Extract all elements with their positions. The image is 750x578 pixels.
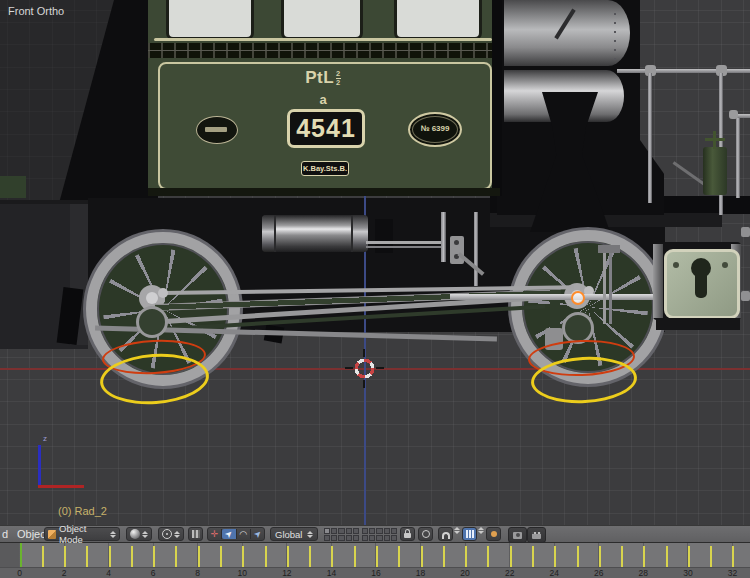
layer-cell[interactable] bbox=[346, 535, 352, 541]
keyframe-tick[interactable] bbox=[42, 546, 44, 567]
valve-box-bolt bbox=[722, 262, 728, 268]
current-frame-marker[interactable] bbox=[20, 543, 22, 567]
rod-bracket-green bbox=[550, 298, 560, 332]
lubricator-cylinder bbox=[703, 147, 727, 195]
keyframe-tick[interactable] bbox=[287, 546, 289, 567]
transform-orientation-dropdown[interactable]: Global bbox=[270, 527, 318, 541]
loco-series-letter: a bbox=[288, 92, 358, 107]
viewport-shading-dropdown[interactable] bbox=[126, 527, 152, 541]
render-animation-button[interactable] bbox=[527, 527, 546, 543]
layer-cell[interactable] bbox=[353, 528, 359, 534]
dropdown-arrows-icon[interactable] bbox=[454, 527, 460, 534]
keyframe-tick[interactable] bbox=[198, 546, 200, 567]
pivot-align-toggle[interactable] bbox=[188, 527, 203, 541]
keyframe-tick[interactable] bbox=[220, 546, 222, 567]
keyframe-tick[interactable] bbox=[86, 546, 88, 567]
snap-toggle-button[interactable] bbox=[438, 527, 453, 541]
layer-cell[interactable] bbox=[353, 535, 359, 541]
keyframe-tick[interactable] bbox=[465, 546, 467, 567]
layer-cell[interactable] bbox=[338, 535, 344, 541]
layer-cell[interactable] bbox=[362, 528, 368, 534]
snap-element-button[interactable] bbox=[462, 527, 477, 541]
keyframe-tick[interactable] bbox=[376, 546, 378, 567]
timeline-panel[interactable]: 02468101214161820222426283032 bbox=[0, 543, 750, 578]
dropdown-arrows-icon bbox=[110, 531, 116, 538]
frame-number-label: 22 bbox=[495, 568, 525, 578]
layer-cell[interactable] bbox=[331, 535, 337, 541]
keyframe-tick[interactable] bbox=[532, 546, 534, 567]
layer-cell[interactable] bbox=[391, 535, 397, 541]
keyframe-tick[interactable] bbox=[153, 546, 155, 567]
frame-number-label: 4 bbox=[94, 568, 124, 578]
mode-dropdown[interactable]: Object Mode bbox=[44, 527, 120, 541]
keyframe-tick[interactable] bbox=[732, 546, 734, 567]
keyframe-tick[interactable] bbox=[309, 546, 311, 567]
frame-number-label: 8 bbox=[183, 568, 213, 578]
keyframe-tick[interactable] bbox=[109, 546, 111, 567]
layer-cell[interactable] bbox=[362, 535, 368, 541]
keyframe-tick[interactable] bbox=[421, 546, 423, 567]
render-still-button[interactable] bbox=[508, 527, 527, 543]
menu-add-partial[interactable]: d bbox=[2, 528, 8, 540]
keyframe-tick[interactable] bbox=[710, 546, 712, 567]
keyframe-tick[interactable] bbox=[398, 546, 400, 567]
keyframe-tick[interactable] bbox=[265, 546, 267, 567]
layers-widget-group-1[interactable] bbox=[324, 528, 359, 541]
keyframe-tick[interactable] bbox=[554, 546, 556, 567]
keyframe-tick[interactable] bbox=[242, 546, 244, 567]
keyframe-tick[interactable] bbox=[175, 546, 177, 567]
keyframe-tick[interactable] bbox=[688, 546, 690, 567]
layer-cell[interactable] bbox=[376, 528, 382, 534]
layer-cell[interactable] bbox=[324, 535, 330, 541]
keyframe-tick[interactable] bbox=[64, 546, 66, 567]
keyframe-tick[interactable] bbox=[354, 546, 356, 567]
manipulator-toggle[interactable]: ✛ bbox=[208, 529, 222, 539]
keyframe-tick[interactable] bbox=[599, 546, 601, 567]
translate-manipulator-button[interactable]: ➤ bbox=[222, 529, 236, 539]
scale-manipulator-button[interactable]: ➤ bbox=[251, 529, 264, 539]
cab-window bbox=[281, 0, 363, 40]
viewport-header: d Object Object Mode ✛ ➤ ◠ ➤ Global bbox=[0, 525, 750, 543]
keyframe-tick[interactable] bbox=[487, 546, 489, 567]
mini-axis-z bbox=[38, 445, 41, 488]
keyframe-tick[interactable] bbox=[666, 546, 668, 567]
layer-cell[interactable] bbox=[346, 528, 352, 534]
keyframe-tick[interactable] bbox=[443, 546, 445, 567]
pivot-point-dropdown[interactable] bbox=[158, 527, 184, 541]
cab-bottom-edge bbox=[148, 188, 500, 196]
rotate-manipulator-button[interactable]: ◠ bbox=[237, 529, 251, 539]
loco-boiler-drum-upper bbox=[504, 0, 630, 66]
viewport-3d[interactable]: PtL 2 2 a 4541 № 6399 K.Bay.Sts.B. bbox=[0, 0, 750, 525]
clapperboard-icon bbox=[532, 532, 541, 539]
proportional-edit-button[interactable] bbox=[418, 527, 433, 541]
keyframe-tick[interactable] bbox=[510, 546, 512, 567]
dropdown-arrows-icon[interactable] bbox=[478, 527, 484, 534]
keyframe-tick[interactable] bbox=[643, 546, 645, 567]
layers-widget-group-2[interactable] bbox=[362, 528, 397, 541]
layer-cell[interactable] bbox=[338, 528, 344, 534]
keyframe-tick[interactable] bbox=[131, 546, 133, 567]
layer-cell[interactable] bbox=[369, 528, 375, 534]
layer-cell[interactable] bbox=[324, 528, 330, 534]
keyframe-tick[interactable] bbox=[621, 546, 623, 567]
loco-class-lettering: PtL 2 2 bbox=[288, 68, 358, 88]
layer-cell[interactable] bbox=[384, 528, 390, 534]
lock-to-scene-button[interactable] bbox=[400, 527, 415, 541]
crank-disc bbox=[136, 306, 168, 338]
timeline-frame-numbers[interactable]: 02468101214161820222426283032 bbox=[0, 567, 750, 578]
main-piston-rod bbox=[450, 294, 662, 300]
mini-axis-z-label: z bbox=[43, 434, 47, 443]
layer-cell[interactable] bbox=[369, 535, 375, 541]
keyframe-tick[interactable] bbox=[331, 546, 333, 567]
lubricator-handle bbox=[705, 138, 725, 141]
blender-window: PtL 2 2 a 4541 № 6399 K.Bay.Sts.B. bbox=[0, 0, 750, 578]
cursor-3d-icon[interactable] bbox=[353, 357, 376, 380]
slide-bar bbox=[609, 248, 612, 324]
layer-cell[interactable] bbox=[331, 528, 337, 534]
layer-cell[interactable] bbox=[376, 535, 382, 541]
lubricator-pipe bbox=[673, 161, 706, 185]
layer-cell[interactable] bbox=[391, 528, 397, 534]
layer-cell[interactable] bbox=[384, 535, 390, 541]
snap-target-button[interactable] bbox=[486, 527, 501, 541]
keyframe-tick[interactable] bbox=[577, 546, 579, 567]
